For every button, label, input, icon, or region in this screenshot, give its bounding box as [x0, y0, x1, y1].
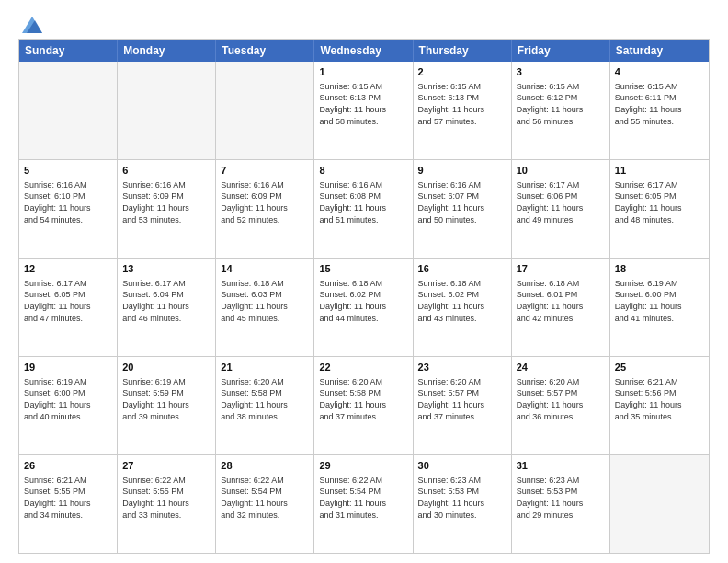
day-number: 11: [615, 164, 704, 178]
calendar-header: SundayMondayTuesdayWednesdayThursdayFrid…: [19, 40, 709, 62]
day-info: Sunrise: 6:21 AM Sunset: 5:55 PM Dayligh…: [24, 475, 112, 521]
day-info: Sunrise: 6:16 AM Sunset: 6:09 PM Dayligh…: [122, 179, 210, 225]
calendar-row-3: 19Sunrise: 6:19 AM Sunset: 6:00 PM Dayli…: [19, 356, 709, 454]
day-number: 1: [319, 65, 407, 79]
day-cell-8: 8Sunrise: 6:16 AM Sunset: 6:08 PM Daylig…: [314, 160, 413, 258]
day-info: Sunrise: 6:18 AM Sunset: 6:02 PM Dayligh…: [319, 278, 407, 324]
day-number: 10: [517, 164, 605, 178]
day-cell-10: 10Sunrise: 6:17 AM Sunset: 6:06 PM Dayli…: [512, 160, 610, 258]
day-cell-28: 28Sunrise: 6:22 AM Sunset: 5:54 PM Dayli…: [216, 455, 314, 553]
day-number: 27: [122, 459, 210, 473]
day-cell-12: 12Sunrise: 6:17 AM Sunset: 6:05 PM Dayli…: [19, 259, 118, 356]
day-cell-6: 6Sunrise: 6:16 AM Sunset: 6:09 PM Daylig…: [118, 160, 216, 258]
day-number: 17: [517, 262, 605, 276]
day-cell-26: 26Sunrise: 6:21 AM Sunset: 5:55 PM Dayli…: [19, 455, 118, 553]
day-number: 19: [24, 361, 112, 374]
day-number: 20: [122, 361, 210, 374]
empty-cell-0-2: [216, 62, 314, 159]
day-cell-2: 2Sunrise: 6:15 AM Sunset: 6:13 PM Daylig…: [414, 62, 512, 159]
day-cell-20: 20Sunrise: 6:19 AM Sunset: 5:59 PM Dayli…: [118, 357, 216, 454]
day-info: Sunrise: 6:19 AM Sunset: 5:59 PM Dayligh…: [122, 376, 210, 422]
header-day-friday: Friday: [512, 40, 610, 62]
day-number: 12: [24, 262, 112, 276]
day-info: Sunrise: 6:16 AM Sunset: 6:09 PM Dayligh…: [221, 179, 309, 225]
day-cell-23: 23Sunrise: 6:20 AM Sunset: 5:57 PM Dayli…: [414, 357, 512, 454]
day-number: 24: [517, 361, 605, 374]
logo-icon: [22, 17, 42, 33]
empty-cell-4-6: [610, 455, 709, 553]
day-number: 15: [319, 262, 407, 276]
day-number: 6: [122, 164, 210, 178]
day-info: Sunrise: 6:23 AM Sunset: 5:53 PM Dayligh…: [418, 475, 506, 521]
day-info: Sunrise: 6:16 AM Sunset: 6:07 PM Dayligh…: [418, 179, 506, 225]
day-cell-30: 30Sunrise: 6:23 AM Sunset: 5:53 PM Dayli…: [414, 455, 512, 553]
day-info: Sunrise: 6:17 AM Sunset: 6:05 PM Dayligh…: [615, 179, 704, 225]
day-info: Sunrise: 6:22 AM Sunset: 5:55 PM Dayligh…: [122, 475, 210, 521]
day-cell-25: 25Sunrise: 6:21 AM Sunset: 5:56 PM Dayli…: [610, 357, 709, 454]
day-info: Sunrise: 6:17 AM Sunset: 6:05 PM Dayligh…: [24, 278, 112, 324]
day-cell-3: 3Sunrise: 6:15 AM Sunset: 6:12 PM Daylig…: [512, 62, 610, 159]
day-number: 8: [319, 164, 407, 178]
day-cell-17: 17Sunrise: 6:18 AM Sunset: 6:01 PM Dayli…: [512, 259, 610, 356]
empty-cell-0-0: [19, 62, 118, 159]
day-cell-11: 11Sunrise: 6:17 AM Sunset: 6:05 PM Dayli…: [610, 160, 709, 258]
day-info: Sunrise: 6:22 AM Sunset: 5:54 PM Dayligh…: [319, 475, 407, 521]
day-info: Sunrise: 6:15 AM Sunset: 6:13 PM Dayligh…: [319, 81, 407, 127]
day-cell-22: 22Sunrise: 6:20 AM Sunset: 5:58 PM Dayli…: [314, 357, 413, 454]
day-info: Sunrise: 6:20 AM Sunset: 5:58 PM Dayligh…: [319, 376, 407, 422]
day-cell-4: 4Sunrise: 6:15 AM Sunset: 6:11 PM Daylig…: [610, 62, 709, 159]
day-number: 7: [221, 164, 309, 178]
day-cell-9: 9Sunrise: 6:16 AM Sunset: 6:07 PM Daylig…: [414, 160, 512, 258]
header-day-tuesday: Tuesday: [216, 40, 314, 62]
day-info: Sunrise: 6:18 AM Sunset: 6:02 PM Dayligh…: [418, 278, 506, 324]
day-number: 25: [615, 361, 704, 374]
day-cell-21: 21Sunrise: 6:20 AM Sunset: 5:58 PM Dayli…: [216, 357, 314, 454]
calendar: SundayMondayTuesdayWednesdayThursdayFrid…: [18, 39, 710, 554]
calendar-row-2: 12Sunrise: 6:17 AM Sunset: 6:05 PM Dayli…: [19, 258, 709, 356]
day-number: 28: [221, 459, 309, 473]
day-info: Sunrise: 6:18 AM Sunset: 6:01 PM Dayligh…: [517, 278, 605, 324]
day-number: 29: [319, 459, 407, 473]
calendar-row-4: 26Sunrise: 6:21 AM Sunset: 5:55 PM Dayli…: [19, 454, 709, 553]
day-number: 26: [24, 459, 112, 473]
day-number: 30: [418, 459, 506, 473]
day-number: 21: [221, 361, 309, 374]
day-info: Sunrise: 6:20 AM Sunset: 5:58 PM Dayligh…: [221, 376, 309, 422]
calendar-row-1: 5Sunrise: 6:16 AM Sunset: 6:10 PM Daylig…: [19, 159, 709, 258]
day-number: 4: [615, 65, 704, 79]
logo: [18, 17, 42, 29]
day-cell-5: 5Sunrise: 6:16 AM Sunset: 6:10 PM Daylig…: [19, 160, 118, 258]
day-number: 2: [418, 65, 506, 79]
header-day-thursday: Thursday: [414, 40, 512, 62]
day-info: Sunrise: 6:20 AM Sunset: 5:57 PM Dayligh…: [517, 376, 605, 422]
day-number: 14: [221, 262, 309, 276]
header: [18, 17, 710, 29]
day-number: 13: [122, 262, 210, 276]
day-info: Sunrise: 6:22 AM Sunset: 5:54 PM Dayligh…: [221, 475, 309, 521]
day-cell-18: 18Sunrise: 6:19 AM Sunset: 6:00 PM Dayli…: [610, 259, 709, 356]
day-number: 5: [24, 164, 112, 178]
day-info: Sunrise: 6:17 AM Sunset: 6:04 PM Dayligh…: [122, 278, 210, 324]
day-cell-1: 1Sunrise: 6:15 AM Sunset: 6:13 PM Daylig…: [314, 62, 413, 159]
header-day-monday: Monday: [118, 40, 216, 62]
day-number: 18: [615, 262, 704, 276]
day-number: 23: [418, 361, 506, 374]
day-cell-13: 13Sunrise: 6:17 AM Sunset: 6:04 PM Dayli…: [118, 259, 216, 356]
day-number: 16: [418, 262, 506, 276]
page: SundayMondayTuesdayWednesdayThursdayFrid…: [0, 0, 728, 563]
day-info: Sunrise: 6:16 AM Sunset: 6:10 PM Dayligh…: [24, 179, 112, 225]
calendar-body: 1Sunrise: 6:15 AM Sunset: 6:13 PM Daylig…: [19, 62, 709, 553]
day-cell-27: 27Sunrise: 6:22 AM Sunset: 5:55 PM Dayli…: [118, 455, 216, 553]
day-info: Sunrise: 6:21 AM Sunset: 5:56 PM Dayligh…: [615, 376, 704, 422]
day-info: Sunrise: 6:15 AM Sunset: 6:12 PM Dayligh…: [517, 81, 605, 127]
day-info: Sunrise: 6:20 AM Sunset: 5:57 PM Dayligh…: [418, 376, 506, 422]
header-day-wednesday: Wednesday: [314, 40, 413, 62]
day-info: Sunrise: 6:19 AM Sunset: 6:00 PM Dayligh…: [615, 278, 704, 324]
day-cell-24: 24Sunrise: 6:20 AM Sunset: 5:57 PM Dayli…: [512, 357, 610, 454]
day-cell-19: 19Sunrise: 6:19 AM Sunset: 6:00 PM Dayli…: [19, 357, 118, 454]
day-info: Sunrise: 6:19 AM Sunset: 6:00 PM Dayligh…: [24, 376, 112, 422]
day-number: 22: [319, 361, 407, 374]
header-day-saturday: Saturday: [610, 40, 709, 62]
calendar-row-0: 1Sunrise: 6:15 AM Sunset: 6:13 PM Daylig…: [19, 62, 709, 159]
day-cell-14: 14Sunrise: 6:18 AM Sunset: 6:03 PM Dayli…: [216, 259, 314, 356]
